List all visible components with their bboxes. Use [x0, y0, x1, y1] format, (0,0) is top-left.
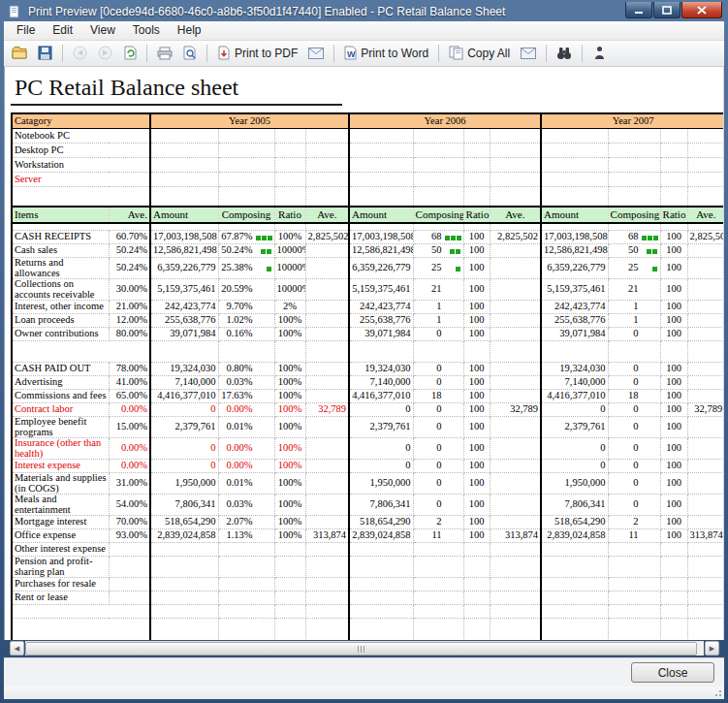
item-label-cell: Collections on accounts receivable	[12, 279, 109, 301]
ratio-cell: 100	[660, 258, 687, 279]
item-ave-cell	[109, 591, 150, 605]
toolbar-button-label: Print to Word	[361, 47, 428, 60]
amount-cell: 2,379,761	[349, 417, 413, 438]
toolbar-print-button[interactable]	[152, 43, 177, 64]
amount-cell: 2,839,024,858	[541, 529, 608, 543]
ave-cell	[687, 363, 724, 376]
ave-cell	[490, 301, 541, 314]
table-row	[12, 341, 724, 363]
amount-cell: 518,654,290	[541, 516, 608, 529]
toolbar-forward-button[interactable]	[93, 43, 117, 64]
menu-file[interactable]: File	[8, 21, 44, 39]
close-button[interactable]: Close	[631, 662, 714, 683]
col-header-ave: Ave.	[305, 207, 349, 223]
empty-cell	[349, 129, 413, 144]
composing-squares	[256, 264, 272, 274]
composing-cell: 2.07%	[218, 516, 274, 529]
empty-cell	[150, 158, 218, 173]
menu-edit[interactable]: Edit	[44, 21, 81, 39]
composing-cell	[218, 557, 274, 578]
amount-cell: 39,071,984	[150, 328, 218, 341]
toolbar-exit-button[interactable]	[587, 43, 611, 64]
empty-cell	[150, 173, 218, 187]
ave-cell	[687, 591, 724, 605]
toolbar-separator	[582, 45, 583, 62]
toolbar-open-button[interactable]	[7, 43, 32, 64]
empty-cell	[608, 173, 660, 187]
ave-cell: 2,825,502	[490, 231, 541, 244]
amount-cell: 7,806,341	[349, 495, 413, 516]
ratio-cell: 100	[660, 529, 687, 543]
ave-cell: 32,789	[490, 403, 541, 417]
toolbar-print-preview-button[interactable]	[178, 43, 202, 64]
envelope-icon	[521, 48, 536, 59]
empty-cell	[541, 223, 608, 231]
table-row	[12, 223, 724, 231]
amount-cell: 12,586,821,498	[150, 244, 218, 258]
item-ave-cell: 15.00%	[109, 417, 150, 438]
toolbar-copy-all-button[interactable]: Copy All	[444, 43, 515, 64]
composing-cell	[218, 543, 274, 557]
ratio-cell: 100	[463, 279, 490, 301]
ratio-cell: 100	[463, 390, 490, 403]
ratio-cell: 100	[660, 279, 687, 301]
composing-cell: 1	[608, 314, 660, 328]
item-ave-cell: 21.00%	[109, 301, 150, 314]
empty-cell	[218, 158, 274, 173]
ratio-cell: 100	[660, 417, 687, 438]
app-icon	[8, 5, 23, 18]
ratio-cell: 100	[660, 376, 687, 390]
empty-cell	[541, 158, 608, 173]
toolbar-find-button[interactable]	[552, 43, 577, 64]
composing-cell	[218, 578, 274, 591]
ratio-cell: 100	[463, 244, 490, 258]
amount-cell: 1,950,000	[150, 473, 218, 495]
toolbar-back-button[interactable]	[68, 43, 92, 64]
composing-cell: 9.70%	[218, 301, 274, 314]
composing-cell: 0.03%	[218, 376, 274, 390]
toolbar-print-to-word-button[interactable]: WPrint to Word	[339, 43, 433, 64]
copy-icon	[449, 46, 463, 60]
empty-cell	[490, 619, 541, 641]
resize-grip[interactable]	[712, 687, 722, 697]
amount-cell: 19,324,030	[349, 363, 413, 376]
toolbar-print-to-pdf-button[interactable]: Print to PDF	[212, 43, 302, 64]
col-header-composing: Composing	[218, 207, 274, 223]
empty-cell	[608, 223, 660, 231]
ratio-cell: 100	[660, 516, 687, 529]
ratio-cell: 100	[463, 301, 490, 314]
toolbar-save-button[interactable]	[33, 43, 57, 64]
table-row: Advertising41.00%7,140,0000.03%100%7,140…	[12, 376, 724, 390]
ave-cell	[305, 473, 349, 495]
empty-cell	[490, 341, 541, 363]
item-label-cell: Cash sales	[12, 244, 109, 258]
maximize-button[interactable]	[653, 2, 681, 18]
menu-tools[interactable]: Tools	[124, 21, 169, 39]
empty-cell	[413, 158, 463, 173]
scroll-track[interactable]	[25, 641, 704, 655]
empty-cell	[660, 173, 687, 187]
scroll-left-arrow[interactable]: ◀	[10, 641, 24, 655]
toolbar-email-pdf-button[interactable]	[303, 43, 329, 64]
item-ave-cell: 41.00%	[109, 376, 150, 390]
menu-help[interactable]: Help	[169, 21, 210, 39]
scroll-thumb[interactable]	[25, 642, 697, 655]
close-window-button[interactable]	[681, 2, 722, 18]
empty-cell	[305, 173, 349, 187]
toolbar-refresh-button[interactable]	[118, 43, 142, 64]
amount-cell: 242,423,774	[541, 301, 608, 314]
arrow-left-circle-icon	[73, 46, 87, 60]
empty-cell	[274, 341, 305, 363]
ratio-cell	[463, 578, 490, 591]
h-scrollbar[interactable]: ◀ ▶	[10, 641, 719, 655]
minimize-button[interactable]	[625, 2, 652, 18]
empty-cell	[463, 173, 490, 187]
ratio-cell: 100	[660, 460, 687, 473]
toolbar-email-copy-button[interactable]	[516, 43, 541, 64]
scroll-right-arrow[interactable]: ▶	[705, 641, 719, 655]
empty-cell	[349, 158, 413, 173]
title-bar[interactable]: Print Preview [0cede94d-6680-46c0-a8b6-3…	[4, 0, 724, 21]
year-header-cell: Year 2006	[349, 113, 541, 129]
amount-cell: 242,423,774	[150, 301, 218, 314]
menu-view[interactable]: View	[81, 21, 124, 39]
